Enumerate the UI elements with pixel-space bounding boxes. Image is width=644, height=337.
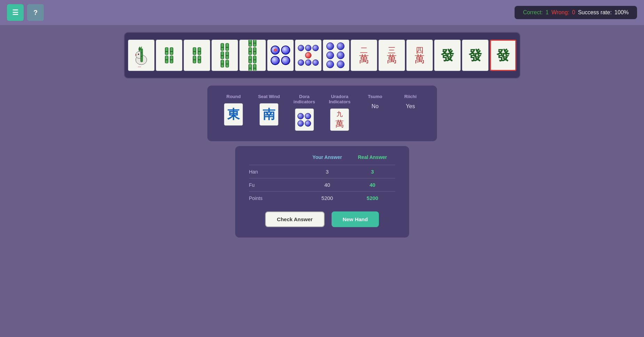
- tile-bamboo-4: [239, 40, 266, 71]
- header: ☰ ? Correct: 1 Wrong: 0 Success rate: 10…: [0, 0, 644, 25]
- svg-point-3: [138, 54, 139, 55]
- han-real-value: 3: [350, 169, 395, 175]
- tile-man-3: 三 萬: [379, 40, 405, 71]
- han-row: Han 3 3: [249, 165, 395, 178]
- seat-wind-col: Seat Wind 南: [253, 94, 285, 126]
- round-label: Round: [226, 94, 241, 99]
- fu-row: Fu 40 40: [249, 178, 395, 191]
- tile-chun-1: 發: [434, 40, 461, 71]
- tile-bamboo-2b: [184, 40, 210, 71]
- answer-panel: Your Answer Real Answer Han 3 3 Fu 40 40…: [235, 146, 409, 238]
- tile-bamboo-1: 一: [128, 40, 154, 71]
- dora-indicator-tile: [295, 109, 314, 131]
- seat-wind-tile-text: 南: [263, 106, 275, 123]
- header-left: ☰ ?: [7, 4, 44, 21]
- your-answer-header: Your Answer: [305, 154, 350, 160]
- correct-label: Correct:: [523, 9, 543, 16]
- tsumo-label: Tsumo: [368, 94, 382, 99]
- han-your-value: 3: [305, 169, 350, 175]
- riichi-value: Yes: [406, 103, 415, 110]
- tiles-row: 一: [128, 40, 516, 71]
- tile-chun-winning: 發: [490, 40, 516, 71]
- rate-value: 100%: [614, 9, 629, 16]
- menu-button[interactable]: ☰: [7, 4, 24, 21]
- hand-container: 一: [124, 32, 520, 79]
- correct-value: 1: [546, 9, 549, 16]
- points-real-value: 5200: [350, 195, 395, 201]
- new-hand-button[interactable]: New Hand: [332, 211, 379, 227]
- seat-wind-label: Seat Wind: [258, 94, 280, 99]
- tile-man-2: 二 萬: [351, 40, 377, 71]
- tile-man-4: 四 萬: [406, 40, 433, 71]
- tile-bamboo-2a: [156, 40, 182, 71]
- answer-buttons: Check Answer New Hand: [249, 211, 395, 227]
- uradora-label: Uradora Indicators: [324, 94, 356, 104]
- han-label: Han: [249, 169, 305, 175]
- seat-wind-tile: 南: [260, 103, 278, 126]
- tile-chun-2: 發: [462, 40, 488, 71]
- fu-label: Fu: [249, 182, 305, 188]
- uradora-col: Uradora Indicators 九 萬: [324, 94, 356, 131]
- real-answer-header: Real Answer: [350, 154, 395, 160]
- fu-real-value: 40: [350, 182, 395, 188]
- uradora-indicator-tile: 九 萬: [330, 109, 349, 131]
- tile-circle-5: [295, 40, 321, 71]
- tsumo-col: Tsumo No: [359, 94, 391, 110]
- rate-label: Success rate:: [578, 9, 612, 16]
- check-answer-button[interactable]: Check Answer: [265, 211, 325, 227]
- wrong-value: 0: [572, 9, 575, 16]
- tile-bamboo-3: [212, 40, 238, 71]
- dora-label: Dora indicators: [288, 94, 320, 104]
- riichi-label: Riichi: [404, 94, 416, 99]
- points-your-value: 5200: [305, 195, 350, 201]
- tile-circle-6: [323, 40, 349, 71]
- stats-box: Correct: 1 Wrong: 0 Success rate: 100%: [515, 6, 637, 19]
- points-row: Points 5200 5200: [249, 191, 395, 204]
- dora-col: Dora indicators: [288, 94, 320, 131]
- tile-circle-2: [267, 40, 294, 71]
- fu-your-value: 40: [305, 182, 350, 188]
- wrong-label: Wrong:: [551, 9, 569, 16]
- round-tile-text: 東: [227, 106, 240, 123]
- svg-rect-4: [141, 49, 143, 62]
- help-button[interactable]: ?: [27, 4, 44, 21]
- svg-text:一: 一: [138, 65, 141, 69]
- answer-header-row: Your Answer Real Answer: [249, 154, 395, 160]
- riichi-col: Riichi Yes: [395, 94, 427, 110]
- points-label: Points: [249, 195, 305, 201]
- answer-row-spacer: [249, 154, 305, 160]
- info-grid: Round 東 Seat Wind 南 Dora indicators: [218, 94, 427, 131]
- tsumo-value: No: [372, 103, 379, 110]
- info-panel: Round 東 Seat Wind 南 Dora indicators: [207, 86, 437, 141]
- round-tile: 東: [224, 103, 243, 126]
- round-col: Round 東: [218, 94, 250, 126]
